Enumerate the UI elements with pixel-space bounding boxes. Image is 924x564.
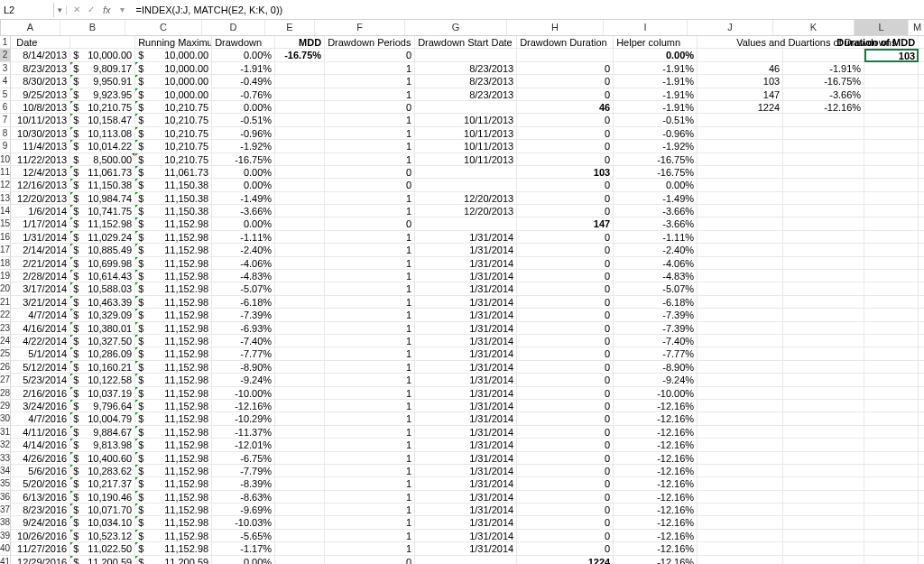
cell-C35[interactable]: $11,152.98 <box>135 477 212 490</box>
cell-M26[interactable] <box>919 361 924 374</box>
cell-G37[interactable]: 1/31/2014 <box>415 504 517 516</box>
cell-A8[interactable]: 10/30/2013 <box>11 127 70 140</box>
cell-G39[interactable]: 1/31/2014 <box>415 530 517 542</box>
cell-L25[interactable] <box>864 347 919 360</box>
cell-E22[interactable] <box>275 309 325 321</box>
row-header-40[interactable]: 40 <box>0 542 11 555</box>
row-header-13[interactable]: 13 <box>0 192 11 205</box>
cell-E36[interactable] <box>275 491 325 504</box>
cell-B1[interactable] <box>70 36 135 49</box>
cell-B39[interactable]: $10,523.12 <box>70 530 135 542</box>
cell-I30[interactable]: -12.16% <box>614 412 698 425</box>
row-header-27[interactable]: 27 <box>0 374 11 386</box>
cell-E13[interactable] <box>275 192 325 205</box>
cell-H29[interactable]: 0 <box>517 400 614 412</box>
cell-L36[interactable] <box>864 491 919 504</box>
cell-F23[interactable]: 1 <box>325 322 415 335</box>
cell-M8[interactable] <box>919 127 924 140</box>
cell-G4[interactable]: 8/23/2013 <box>415 75 517 88</box>
col-header-C[interactable]: C <box>125 20 202 35</box>
cell-H16[interactable]: 0 <box>517 231 614 244</box>
cell-H19[interactable]: 0 <box>517 270 614 282</box>
row-header-29[interactable]: 29 <box>0 400 11 412</box>
cell-L8[interactable] <box>864 127 919 140</box>
row-header-24[interactable]: 24 <box>0 335 11 347</box>
cell-D38[interactable]: -10.03% <box>212 516 275 529</box>
cell-J35[interactable] <box>698 477 783 490</box>
cell-C40[interactable]: $11,152.98 <box>135 542 212 555</box>
cell-M25[interactable] <box>919 347 924 360</box>
cell-K27[interactable] <box>783 374 864 386</box>
cell-D16[interactable]: -1.11% <box>212 231 275 244</box>
cell-I18[interactable]: -4.06% <box>614 257 698 270</box>
cell-E37[interactable] <box>275 504 325 516</box>
cell-A13[interactable]: 12/20/2013 <box>11 192 70 205</box>
cell-B35[interactable]: $10,217.37 <box>70 477 135 490</box>
cell-G9[interactable]: 10/11/2013 <box>415 140 517 153</box>
cell-G32[interactable]: 1/31/2014 <box>415 439 517 451</box>
cell-A28[interactable]: 2/16/2016 <box>11 387 70 400</box>
cell-E7[interactable] <box>275 114 325 126</box>
row-header-21[interactable]: 21 <box>0 296 11 309</box>
cell-C12[interactable]: $11,150.38 <box>135 179 212 191</box>
cell-A10[interactable]: 11/22/2013 <box>11 153 70 166</box>
cell-B8[interactable]: $10,113.08 <box>70 127 135 140</box>
cell-A26[interactable]: 5/12/2014 <box>11 361 70 374</box>
cell-L4[interactable] <box>864 75 919 88</box>
cell-A16[interactable]: 1/31/2014 <box>11 231 70 244</box>
cell-E27[interactable] <box>275 374 325 386</box>
cell-H10[interactable]: 0 <box>517 153 614 166</box>
cell-E33[interactable] <box>275 452 325 465</box>
cell-E5[interactable] <box>275 88 325 101</box>
cell-C29[interactable]: $11,152.98 <box>135 400 212 412</box>
cell-F13[interactable]: 1 <box>325 192 415 205</box>
cell-H36[interactable]: 0 <box>517 491 614 504</box>
cell-K23[interactable] <box>783 322 864 335</box>
cell-E21[interactable] <box>275 296 325 309</box>
cell-K24[interactable] <box>783 335 864 347</box>
cell-G36[interactable]: 1/31/2014 <box>415 491 517 504</box>
cell-F27[interactable]: 1 <box>325 374 415 386</box>
fx-label[interactable]: fx <box>99 5 115 15</box>
row-header-34[interactable]: 34 <box>0 465 11 477</box>
cell-K34[interactable] <box>783 465 864 477</box>
cell-J29[interactable] <box>698 400 783 412</box>
cell-H37[interactable]: 0 <box>517 504 614 516</box>
cell-I28[interactable]: -10.00% <box>614 387 698 400</box>
cell-B14[interactable]: $10,741.75 <box>70 205 135 217</box>
cell-B34[interactable]: $10,283.62 <box>70 465 135 477</box>
cell-E18[interactable] <box>275 257 325 270</box>
row-header-7[interactable]: 7 <box>0 114 11 126</box>
cell-K40[interactable] <box>783 542 864 555</box>
cell-F1[interactable]: Drawdown Periods <box>325 36 415 49</box>
cell-C36[interactable]: $11,152.98 <box>135 491 212 504</box>
cell-M19[interactable] <box>919 270 924 282</box>
cell-C17[interactable]: $11,152.98 <box>135 244 212 256</box>
cell-M6[interactable] <box>919 101 924 114</box>
cell-L15[interactable] <box>864 217 919 230</box>
row-header-35[interactable]: 35 <box>0 477 11 490</box>
cell-K11[interactable] <box>783 166 864 179</box>
cell-D33[interactable]: -6.75% <box>212 452 275 465</box>
cell-J30[interactable] <box>698 412 783 425</box>
cell-A15[interactable]: 1/17/2014 <box>11 217 70 230</box>
cell-D15[interactable]: 0.00% <box>212 217 275 230</box>
cell-J37[interactable] <box>698 504 783 516</box>
cell-A32[interactable]: 4/14/2016 <box>11 439 70 451</box>
cell-L20[interactable] <box>864 282 919 295</box>
cell-B25[interactable]: $10,286.09 <box>70 347 135 360</box>
cell-E16[interactable] <box>275 231 325 244</box>
cell-B4[interactable]: $9,950.91 <box>70 75 135 88</box>
cell-B22[interactable]: $10,329.09 <box>70 309 135 321</box>
cell-B2[interactable]: $10,000.00 <box>70 49 135 61</box>
cell-A6[interactable]: 10/8/2013 <box>11 101 70 114</box>
cell-J38[interactable] <box>698 516 783 529</box>
cell-E10[interactable] <box>275 153 325 166</box>
cell-L2[interactable]: 103 <box>864 49 919 61</box>
cell-M1[interactable] <box>919 36 924 49</box>
col-header-D[interactable]: D <box>202 20 265 35</box>
cell-D1[interactable]: Drawdown <box>212 36 275 49</box>
cell-I25[interactable]: -7.77% <box>614 347 698 360</box>
row-header-36[interactable]: 36 <box>0 491 11 504</box>
cell-H35[interactable]: 0 <box>517 477 614 490</box>
